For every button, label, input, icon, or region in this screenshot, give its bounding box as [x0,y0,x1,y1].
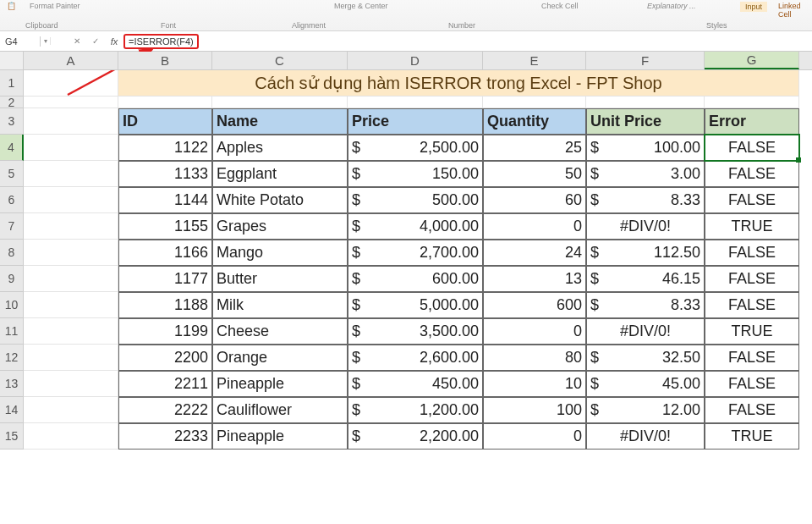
row-header-8[interactable]: 8 [0,240,24,266]
column-header-G[interactable]: G [705,52,799,69]
column-header-F[interactable]: F [586,52,705,69]
cell-C2[interactable] [212,97,348,108]
cell-id: 1122 [118,135,212,161]
table-header-id: ID [118,108,212,135]
cell-error[interactable]: FALSE [705,292,799,318]
ribbon-group-alignment: Alignment [292,21,326,30]
row-header-3[interactable]: 3 [0,108,24,135]
cell-B2[interactable] [118,97,212,108]
row-header-1[interactable]: 1 [0,70,24,97]
row-header-12[interactable]: 12 [0,345,24,371]
cell-price: $2,600.00 [348,345,483,371]
row-header-14[interactable]: 14 [0,397,24,423]
cell-A11[interactable] [24,318,118,345]
row-header-11[interactable]: 11 [0,318,24,345]
cell-price: $450.00 [348,371,483,397]
name-box[interactable]: G4 [0,36,41,47]
cell-error[interactable]: TRUE [705,213,799,240]
cell-error[interactable]: TRUE [705,318,799,345]
cell-name: Orange [212,345,348,371]
column-header-A[interactable]: A [24,52,118,69]
table-header-unit-price: Unit Price [586,108,705,135]
cell-name: Eggplant [212,161,348,187]
row-header-9[interactable]: 9 [0,266,24,292]
cell-price: $500.00 [348,187,483,213]
linked-cell-style[interactable]: Linked Cell [778,2,812,19]
cell-A7[interactable] [24,213,118,240]
cell-price: $2,500.00 [348,135,483,161]
cell-A9[interactable] [24,266,118,292]
cell-quantity: 80 [483,345,586,371]
cell-quantity: 0 [483,318,586,345]
cell-A1[interactable] [24,70,118,97]
column-header-C[interactable]: C [212,52,348,69]
row-header-5[interactable]: 5 [0,161,24,187]
column-header-D[interactable]: D [348,52,483,69]
cell-name: Milk [212,292,348,318]
cell-error[interactable]: FALSE [705,371,799,397]
cell-A3[interactable] [24,108,118,135]
cell-A10[interactable] [24,292,118,318]
cell-error[interactable]: FALSE [705,161,799,187]
cell-unit-price: $45.00 [586,371,705,397]
cell-F2[interactable] [586,97,705,108]
cell-A5[interactable] [24,161,118,187]
cell-id: 2233 [118,423,212,450]
cell-unit-price: #DIV/0! [586,423,705,450]
row-header-6[interactable]: 6 [0,187,24,213]
cell-id: 1177 [118,266,212,292]
cell-A8[interactable] [24,240,118,266]
cell-A12[interactable] [24,345,118,371]
column-header-B[interactable]: B [118,52,212,69]
cell-error[interactable]: FALSE [705,135,799,161]
cell-price: $600.00 [348,266,483,292]
cell-id: 2222 [118,397,212,423]
format-painter-button[interactable]: Format Painter [30,2,80,10]
cell-D2[interactable] [348,97,483,108]
cell-A2[interactable] [24,97,118,108]
cell-unit-price: #DIV/0! [586,213,705,240]
name-box-dropdown-icon[interactable]: ▾ [41,37,51,45]
row-header-15[interactable]: 15 [0,423,24,450]
cell-A13[interactable] [24,371,118,397]
merge-center-button[interactable]: Merge & Center [334,2,388,10]
explanatory-style[interactable]: Explanatory ... [647,2,696,10]
cell-name: White Potato [212,187,348,213]
cell-quantity: 24 [483,240,586,266]
table-header-price: Price [348,108,483,135]
ribbon: 📋 Format Painter Merge & Center Check Ce… [0,0,812,31]
input-style[interactable]: Input [740,2,767,12]
spreadsheet[interactable]: ABCDEFG 1Cách sử dụng hàm ISERROR trong … [0,52,812,450]
cell-id: 1133 [118,161,212,187]
row-header-7[interactable]: 7 [0,213,24,240]
row-header-4[interactable]: 4 [0,135,24,161]
paste-icon[interactable]: 📋 [7,2,16,10]
row-header-13[interactable]: 13 [0,371,24,397]
cell-G2[interactable] [705,97,799,108]
select-all-corner[interactable] [0,52,24,69]
cell-error[interactable]: TRUE [705,423,799,450]
column-header-E[interactable]: E [483,52,586,69]
cell-error[interactable]: FALSE [705,240,799,266]
formula-cancel-icon[interactable]: ✕ [68,36,86,46]
fx-icon[interactable]: fx [105,36,123,47]
cell-price: $2,700.00 [348,240,483,266]
row-header-2[interactable]: 2 [0,97,24,108]
row-header-10[interactable]: 10 [0,292,24,318]
column-headers: ABCDEFG [0,52,812,70]
cell-error[interactable]: FALSE [705,345,799,371]
formula-confirm-icon[interactable]: ✓ [86,36,105,46]
cell-A4[interactable] [24,135,118,161]
cell-A15[interactable] [24,423,118,450]
ribbon-group-styles: Styles [706,21,727,30]
cell-E2[interactable] [483,97,586,108]
cell-price: $150.00 [348,161,483,187]
cell-error[interactable]: FALSE [705,266,799,292]
cell-A14[interactable] [24,397,118,423]
cell-quantity: 60 [483,187,586,213]
cell-error[interactable]: FALSE [705,187,799,213]
formula-input[interactable]: =ISERROR(F4) [123,34,199,49]
cell-A6[interactable] [24,187,118,213]
cell-error[interactable]: FALSE [705,397,799,423]
check-cell-style[interactable]: Check Cell [541,2,579,10]
